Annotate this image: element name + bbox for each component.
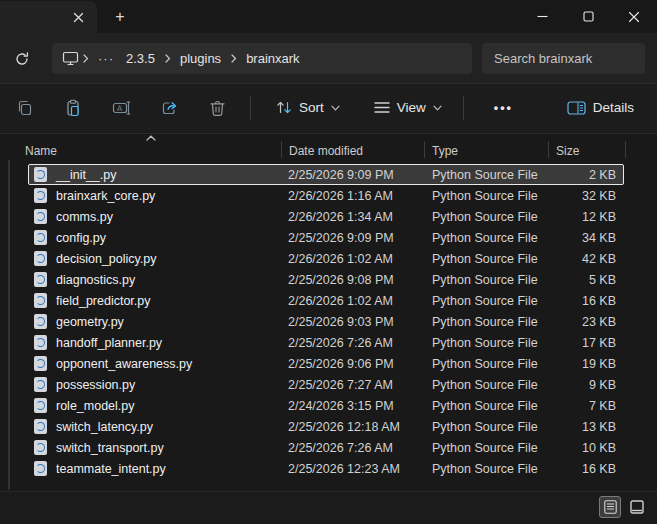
file-date-modified: 2/25/2026 9:09 PM — [288, 168, 394, 182]
file-row[interactable]: switch_latency.py 2/25/2026 12:18 AM Pyt… — [28, 416, 624, 437]
copy-icon[interactable] — [10, 93, 40, 123]
details-view-icon — [604, 500, 617, 514]
file-date-modified: 2/26/2026 1:02 AM — [288, 294, 393, 308]
breadcrumb[interactable]: ··· 2.3.5 plugins brainxark — [52, 43, 472, 74]
search-input[interactable] — [482, 51, 657, 66]
column-resizer[interactable] — [281, 141, 282, 158]
file-row[interactable]: teammate_intent.py 2/25/2026 12:23 AM Py… — [28, 458, 624, 479]
file-row[interactable]: diagnostics.py 2/25/2026 9:08 PM Python … — [28, 269, 624, 290]
breadcrumb-item-brainxark[interactable]: brainxark — [240, 51, 305, 66]
column-header-type[interactable]: Type — [432, 144, 458, 158]
file-row[interactable]: field_predictor.py 2/26/2026 1:02 AM Pyt… — [28, 290, 624, 311]
delete-icon[interactable] — [202, 93, 232, 123]
file-type: Python Source File — [432, 294, 538, 308]
explorer-tab[interactable] — [0, 1, 97, 33]
chevron-right-icon — [79, 54, 92, 63]
see-more-button[interactable]: ••• — [484, 93, 523, 123]
file-date-modified: 2/25/2026 7:27 AM — [288, 378, 393, 392]
file-date-modified: 2/26/2026 1:34 AM — [288, 210, 393, 224]
file-size: 5 KB — [589, 273, 616, 287]
python-file-icon — [34, 293, 48, 309]
sort-arrows-icon — [276, 100, 292, 115]
file-row[interactable]: possession.py 2/25/2026 7:27 AM Python S… — [28, 374, 624, 395]
file-size: 13 KB — [582, 420, 616, 434]
column-header-size[interactable]: Size — [556, 144, 579, 158]
tab-close-icon[interactable] — [68, 7, 88, 27]
file-explorer-window: { "window": { "tab_title": "", "new_tab_… — [0, 0, 657, 524]
column-header-name[interactable]: Name — [25, 144, 57, 158]
file-row[interactable]: handoff_planner.py 2/25/2026 7:26 AM Pyt… — [28, 332, 624, 353]
address-bar: ··· 2.3.5 plugins brainxark — [0, 33, 657, 83]
minimize-button[interactable] — [519, 0, 565, 33]
tab-bar: + — [0, 0, 657, 33]
breadcrumb-item-version[interactable]: 2.3.5 — [120, 51, 161, 66]
chevron-right-icon — [227, 54, 240, 63]
python-file-icon — [34, 440, 48, 456]
close-button[interactable] — [611, 0, 657, 33]
file-row[interactable]: geometry.py 2/25/2026 9:03 PM Python Sou… — [28, 311, 624, 332]
file-size: 17 KB — [582, 336, 616, 350]
file-name: handoff_planner.py — [56, 336, 162, 350]
file-row[interactable]: role_model.py 2/24/2026 3:15 PM Python S… — [28, 395, 624, 416]
column-header-modified[interactable]: Date modified — [289, 144, 363, 158]
file-date-modified: 2/24/2026 3:15 PM — [288, 399, 394, 413]
file-size: 23 KB — [582, 315, 616, 329]
window-controls — [519, 0, 657, 33]
details-view-toggle[interactable] — [599, 496, 621, 518]
column-resizer[interactable] — [548, 141, 549, 158]
column-resizer[interactable] — [424, 141, 425, 158]
share-icon[interactable] — [154, 93, 184, 123]
refresh-button[interactable] — [10, 47, 34, 71]
path-overflow-button[interactable]: ··· — [92, 51, 120, 66]
file-name: comms.py — [56, 210, 113, 224]
maximize-button[interactable] — [565, 0, 611, 33]
file-size: 16 KB — [582, 462, 616, 476]
file-name: switch_transport.py — [56, 441, 164, 455]
sort-label: Sort — [299, 100, 324, 115]
details-pane-icon — [567, 101, 586, 115]
file-row[interactable]: brainxark_core.py 2/26/2026 1:16 AM Pyth… — [28, 185, 624, 206]
file-name: teammate_intent.py — [56, 462, 166, 476]
file-type: Python Source File — [432, 231, 538, 245]
status-bar — [0, 491, 657, 524]
file-size: 34 KB — [582, 231, 616, 245]
file-size: 10 KB — [582, 441, 616, 455]
python-file-icon — [34, 377, 48, 393]
new-tab-button[interactable]: + — [108, 6, 132, 28]
file-type: Python Source File — [432, 336, 538, 350]
python-file-icon — [34, 272, 48, 288]
file-type: Python Source File — [432, 273, 538, 287]
file-date-modified: 2/25/2026 12:18 AM — [288, 420, 400, 434]
file-row[interactable]: opponent_awareness.py 2/25/2026 9:06 PM … — [28, 353, 624, 374]
large-icons-view-toggle[interactable] — [626, 496, 648, 518]
file-name: opponent_awareness.py — [56, 357, 192, 371]
python-file-icon — [34, 251, 48, 267]
command-toolbar: A Sort View ••• — [0, 83, 657, 132]
file-row[interactable]: comms.py 2/26/2026 1:34 AM Python Source… — [28, 206, 624, 227]
toolbar-separator — [463, 96, 464, 120]
file-name: brainxark_core.py — [56, 189, 155, 203]
python-file-icon — [34, 398, 48, 414]
details-button[interactable]: Details — [558, 93, 643, 123]
column-resizer[interactable] — [625, 141, 626, 158]
this-pc-icon[interactable] — [62, 51, 79, 66]
breadcrumb-item-plugins[interactable]: plugins — [174, 51, 227, 66]
file-date-modified: 2/25/2026 7:26 AM — [288, 336, 393, 350]
view-button[interactable]: View — [365, 93, 451, 123]
python-file-icon — [34, 461, 48, 477]
large-icons-view-icon — [630, 500, 644, 514]
rename-icon[interactable]: A — [106, 93, 136, 123]
svg-text:A: A — [117, 103, 123, 112]
file-type: Python Source File — [432, 462, 538, 476]
file-row[interactable]: config.py 2/25/2026 9:09 PM Python Sourc… — [28, 227, 624, 248]
file-row[interactable]: __init__.py 2/25/2026 9:09 PM Python Sou… — [28, 164, 624, 185]
python-file-icon — [34, 314, 48, 330]
paste-icon[interactable] — [58, 93, 88, 123]
file-date-modified: 2/26/2026 1:16 AM — [288, 189, 393, 203]
view-list-icon — [374, 101, 390, 114]
file-type: Python Source File — [432, 420, 538, 434]
file-size: 42 KB — [582, 252, 616, 266]
file-row[interactable]: switch_transport.py 2/25/2026 7:26 AM Py… — [28, 437, 624, 458]
sort-button[interactable]: Sort — [267, 93, 349, 123]
file-row[interactable]: decision_policy.py 2/26/2026 1:02 AM Pyt… — [28, 248, 624, 269]
